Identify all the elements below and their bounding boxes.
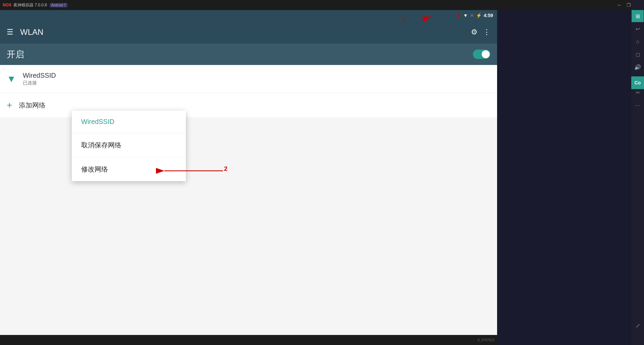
sidebar-icon-more[interactable]: ⋯: [632, 99, 644, 111]
sidebar-icon-recents[interactable]: ◻: [632, 48, 644, 60]
network-name: WiredSSID: [23, 72, 490, 79]
right-sidebar: ⊞ ↩ ⌂ ◻ 🔊 📷 ✂ ⋯ ⤢: [631, 0, 644, 345]
android-status-bar: 1 ▼ ✕ ⚡ 4:59: [0, 10, 497, 21]
app-bar-actions: ⚙ ⋮: [471, 28, 490, 37]
app-version: 夜神模拟器 7.0.0.8: [13, 2, 47, 8]
app-bar-title: WLAN: [20, 27, 464, 37]
emulator-bottom-bar: 0_3797023: [0, 335, 497, 345]
more-vert-icon[interactable]: ⋮: [483, 28, 490, 37]
settings-icon[interactable]: ⚙: [471, 28, 478, 37]
toggle-knob: [482, 50, 490, 58]
hamburger-menu-button[interactable]: ☰: [7, 28, 13, 37]
co-badge[interactable]: Co: [631, 76, 644, 89]
title-bar: NOX 夜神模拟器 7.0.0.8 Android 7 ─ ❐ ✕: [0, 0, 644, 10]
android-version-badge: Android 7: [50, 3, 67, 7]
minimize-button[interactable]: ─: [616, 2, 623, 8]
context-menu-item-modify[interactable]: 修改网络: [72, 157, 186, 181]
battery-icon: ⚡: [476, 13, 482, 18]
context-menu: WiredSSID 取消保存网络 修改网络: [72, 111, 186, 181]
status-time: 4:59: [484, 13, 493, 18]
restore-button[interactable]: ❐: [625, 2, 632, 8]
network-info: WiredSSID 已连接: [23, 72, 490, 86]
context-menu-item-forget[interactable]: 取消保存网络: [72, 133, 186, 157]
network-list: ▼ WiredSSID 已连接 + 添加网络: [0, 65, 497, 117]
wifi-off-icon: ✕: [470, 13, 474, 18]
sidebar-icon-resize[interactable]: ⤢: [632, 320, 644, 332]
network-item-wiredssid[interactable]: ▼ WiredSSID 已连接: [0, 65, 497, 93]
sidebar-icon-app[interactable]: ⊞: [632, 10, 644, 22]
sidebar-icon-back[interactable]: ↩: [632, 23, 644, 35]
bottom-bar-text: 0_3797023: [478, 338, 494, 342]
wlan-toggle[interactable]: [473, 50, 490, 59]
android-screen: 1 ▼ ✕ ⚡ 4:59 ☰ WLAN ⚙ ⋮ 开启 ▼ WiredSSID 已…: [0, 10, 497, 345]
app-logo: NOX: [3, 3, 11, 7]
wlan-toggle-section: 开启: [0, 44, 497, 65]
add-network-label: 添加网络: [19, 101, 46, 110]
wlan-label: 开启: [7, 49, 473, 60]
sidebar-icon-home[interactable]: ⌂: [632, 36, 644, 48]
context-menu-item-wiredssid[interactable]: WiredSSID: [72, 111, 186, 133]
wifi-status-icon: ▼: [463, 13, 468, 18]
network-wifi-icon: ▼: [7, 74, 16, 84]
sidebar-icon-volume[interactable]: 🔊: [632, 61, 644, 73]
add-icon: +: [7, 100, 12, 111]
app-bar: ☰ WLAN ⚙ ⋮: [0, 21, 497, 44]
network-status: 已连接: [23, 80, 490, 86]
annotation-1: 1: [457, 12, 460, 18]
